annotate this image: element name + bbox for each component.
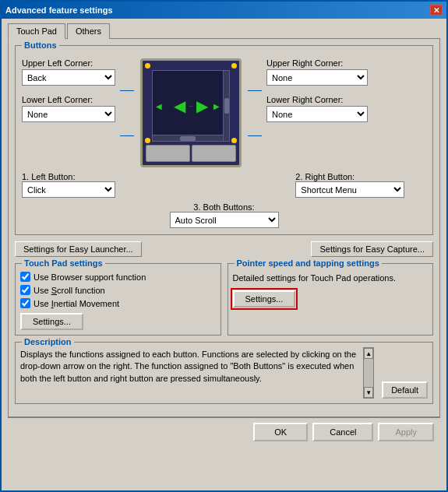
title-bar: Advanced feature settings ✕ xyxy=(2,2,446,19)
left-button-label: 1. Left Button: xyxy=(22,172,76,181)
window-title: Advanced feature settings xyxy=(5,5,113,15)
scroll-up-arrow[interactable]: ▲ xyxy=(364,348,373,359)
easy-buttons-row: Settings for Easy Launcher... Settings f… xyxy=(15,241,433,257)
scroll-down-arrow[interactable]: ▼ xyxy=(364,387,373,398)
buttons-section-title: Buttons xyxy=(22,40,59,50)
description-scrollbar[interactable]: ▲ ▼ xyxy=(363,347,374,399)
touchpad-settings-box: Touch Pad settings Use Browser support f… xyxy=(15,263,221,336)
default-button[interactable]: Default xyxy=(382,381,428,399)
left-button-group: 1. Left Button: ClickNone xyxy=(22,172,153,198)
scroll-function-checkbox-row: Use Scroll function xyxy=(20,285,216,295)
upper-left-corner-group: Upper Left Corner: BackNoneClick xyxy=(22,58,115,86)
browser-support-checkbox[interactable] xyxy=(20,272,30,282)
close-button[interactable]: ✕ xyxy=(430,5,443,16)
both-buttons-label: 3. Both Buttons: xyxy=(193,202,254,212)
scroll-function-label: Use Scroll function xyxy=(34,286,105,295)
inertial-movement-checkbox[interactable] xyxy=(20,298,30,308)
apply-button[interactable]: Apply xyxy=(378,423,434,441)
browser-support-checkbox-row: Use Browser support function xyxy=(20,272,216,282)
description-text: Displays the functions assigned to each … xyxy=(20,349,358,399)
upper-left-label: Upper Left Corner: xyxy=(22,58,115,68)
scroll-function-checkbox[interactable] xyxy=(20,285,30,295)
cancel-button[interactable]: Cancel xyxy=(312,423,373,441)
lower-left-label: Lower Left Corner: xyxy=(22,95,115,104)
lower-right-select[interactable]: NoneBack xyxy=(266,106,368,122)
lower-right-label: Lower Right Corner: xyxy=(266,95,368,104)
lower-sections: Touch Pad settings Use Browser support f… xyxy=(15,263,433,336)
bottom-bar: OK Cancel Apply xyxy=(8,417,440,446)
both-buttons-group: 3. Both Buttons: Auto ScrollNone xyxy=(22,202,426,228)
upper-right-label: Upper Right Corner: xyxy=(266,58,368,68)
lower-left-corner-group: Lower Left Corner: NoneBack xyxy=(22,95,115,122)
easy-launcher-button[interactable]: Settings for Easy Launcher... xyxy=(15,241,142,257)
tab-touchpad[interactable]: Touch Pad xyxy=(8,23,65,39)
upper-right-corner-group: Upper Right Corner: NoneBack xyxy=(266,58,368,86)
right-button-select[interactable]: Shortcut MenuNone xyxy=(295,181,404,198)
pointer-settings-button[interactable]: Settings... xyxy=(233,290,296,308)
pointer-settings-desc: Detailed settings for Touch Pad operatio… xyxy=(233,273,429,283)
tab-content: Buttons Upper Left Corner: BackNoneClick xyxy=(8,38,440,417)
scroll-track xyxy=(364,359,373,387)
pointer-settings-box: Pointer speed and tapping settings Detai… xyxy=(228,263,434,336)
description-section: Description Displays the functions assig… xyxy=(15,342,433,404)
tab-bar: Touch Pad Others xyxy=(8,23,440,39)
pointer-settings-title: Pointer speed and tapping settings xyxy=(235,258,382,268)
inertial-movement-label: Use Inertial Movement xyxy=(34,299,119,308)
main-window: Advanced feature settings ✕ Touch Pad Ot… xyxy=(0,0,448,492)
easy-capture-button[interactable]: Settings for Easy Capture... xyxy=(311,241,433,257)
left-button-select[interactable]: ClickNone xyxy=(22,181,115,198)
inertial-movement-checkbox-row: Use Inertial Movement xyxy=(20,298,216,308)
right-button-label: 2. Right Button: xyxy=(295,172,355,181)
lower-right-corner-group: Lower Right Corner: NoneBack xyxy=(266,95,368,122)
right-button-group: 2. Right Button: Shortcut MenuNone xyxy=(295,172,426,198)
both-buttons-select[interactable]: Auto ScrollNone xyxy=(170,212,279,228)
description-title: Description xyxy=(22,337,74,346)
upper-left-select[interactable]: BackNoneClick xyxy=(22,69,115,86)
ok-button[interactable]: OK xyxy=(253,423,308,441)
tab-others[interactable]: Others xyxy=(67,23,110,39)
browser-support-label: Use Browser support function xyxy=(34,272,146,282)
touchpad-settings-title: Touch Pad settings xyxy=(22,258,105,268)
upper-right-select[interactable]: NoneBack xyxy=(266,69,368,86)
buttons-section: Buttons Upper Left Corner: BackNoneClick xyxy=(15,45,433,235)
lower-left-select[interactable]: NoneBack xyxy=(22,106,115,122)
touchpad-settings-button[interactable]: Settings... xyxy=(20,313,83,330)
touchpad-diagram: ◀ ··· ▶ xyxy=(140,58,242,167)
